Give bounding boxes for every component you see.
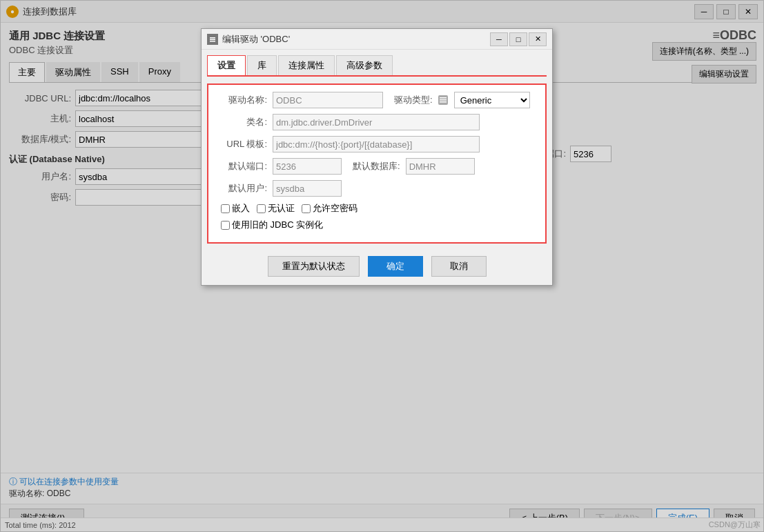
svg-rect-3	[210, 41, 215, 42]
driver-type-select-wrap: Generic	[438, 92, 530, 108]
modal-body: 设置 库 连接属性 高级参数 驱动名称: 驱动类型: Generic	[202, 50, 552, 285]
modal-form: 驱动名称: 驱动类型: Generic 类名:	[207, 83, 547, 244]
url-template-label: URL 模板:	[215, 138, 267, 150]
driver-name-field[interactable]	[273, 92, 383, 108]
embed-checkbox[interactable]	[221, 204, 230, 213]
url-template-row: URL 模板:	[215, 136, 538, 152]
modal-tabs: 设置 库 连接属性 高级参数	[207, 55, 547, 77]
driver-type-label: 驱动类型:	[394, 94, 433, 106]
default-user-row: 默认用户:	[215, 180, 538, 197]
modal-cancel-button[interactable]: 取消	[431, 256, 487, 277]
confirm-button[interactable]: 确定	[368, 256, 423, 277]
url-template-field[interactable]	[273, 136, 480, 152]
modal-tab-conn-props[interactable]: 连接属性	[278, 55, 335, 75]
main-window: ● 连接到数据库 ─ □ ✕ ≡ODBC 通用 JDBC 连接设置 ODBC 连…	[0, 0, 764, 532]
default-db-label: 默认数据库:	[353, 160, 400, 173]
modal-tab-settings[interactable]: 设置	[207, 55, 246, 75]
no-auth-checkbox[interactable]	[257, 204, 266, 213]
old-jdbc-label: 使用旧的 JDBC 实例化	[232, 219, 323, 231]
svg-rect-5	[440, 97, 447, 99]
modal-minimize-button[interactable]: ─	[490, 32, 508, 46]
old-jdbc-checkbox-label[interactable]: 使用旧的 JDBC 实例化	[221, 219, 323, 231]
driver-type-icon	[438, 95, 448, 105]
default-user-field[interactable]	[273, 180, 342, 197]
reset-button[interactable]: 重置为默认状态	[268, 256, 360, 277]
class-name-field[interactable]	[273, 114, 480, 130]
default-port-label: 默认端口:	[215, 160, 267, 173]
modal-tab-library[interactable]: 库	[247, 55, 277, 75]
svg-rect-7	[440, 101, 447, 103]
allow-empty-checkbox[interactable]	[302, 204, 311, 213]
modal-icon	[207, 34, 218, 45]
embed-label: 嵌入	[232, 202, 250, 215]
modal-title: 编辑驱动 'ODBC'	[222, 33, 490, 46]
driver-name-label: 驱动名称:	[215, 94, 267, 106]
checkbox-row-2: 使用旧的 JDBC 实例化	[221, 219, 538, 231]
class-name-label: 类名:	[215, 116, 267, 128]
modal-title-bar: 编辑驱动 'ODBC' ─ □ ✕	[202, 29, 552, 50]
modal-footer: 重置为默认状态 确定 取消	[207, 250, 547, 279]
allow-empty-label: 允许空密码	[313, 202, 357, 215]
modal-dialog: 编辑驱动 'ODBC' ─ □ ✕ 设置 库 连接属性 高级参数 驱动名称:	[201, 28, 553, 286]
no-auth-checkbox-label[interactable]: 无认证	[257, 202, 295, 215]
no-auth-label: 无认证	[268, 202, 295, 215]
modal-maximize-button[interactable]: □	[509, 32, 527, 46]
svg-rect-1	[210, 37, 215, 39]
driver-name-row: 驱动名称: 驱动类型: Generic	[215, 92, 538, 108]
driver-type-select[interactable]: Generic	[454, 92, 530, 108]
default-port-field[interactable]	[273, 158, 342, 175]
default-db-field[interactable]	[406, 158, 475, 175]
allow-empty-checkbox-label[interactable]: 允许空密码	[302, 202, 357, 215]
modal-close-button[interactable]: ✕	[529, 32, 547, 46]
default-port-row: 默认端口: 默认数据库:	[215, 158, 538, 175]
old-jdbc-checkbox[interactable]	[221, 221, 230, 230]
default-user-label: 默认用户:	[215, 182, 267, 195]
svg-rect-6	[440, 99, 447, 101]
embed-checkbox-label[interactable]: 嵌入	[221, 202, 250, 215]
checkbox-row-1: 嵌入 无认证 允许空密码	[221, 202, 538, 215]
modal-controls: ─ □ ✕	[490, 32, 547, 46]
class-name-row: 类名:	[215, 114, 538, 130]
modal-tab-advanced[interactable]: 高级参数	[336, 55, 393, 75]
svg-rect-2	[210, 39, 215, 40]
